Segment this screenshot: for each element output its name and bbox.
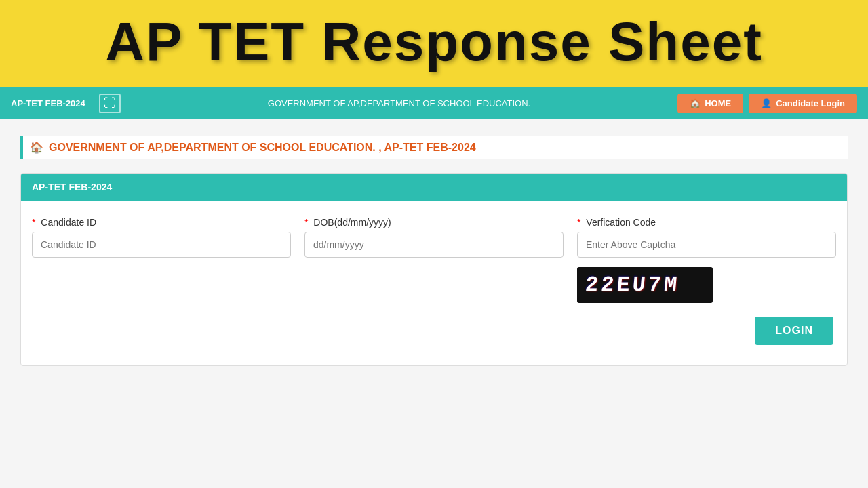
required-star-2: * [304, 217, 308, 228]
required-star-1: * [32, 217, 35, 228]
navbar-brand: AP-TET FEB-2024 [11, 98, 85, 108]
breadcrumb: 🏠 GOVERNMENT OF AP,DEPARTMENT OF SCHOOL … [20, 136, 848, 159]
candidate-id-input[interactable] [32, 232, 291, 258]
home-button-label: HOME [705, 98, 731, 108]
navbar-buttons: 🏠 HOME 👤 Candidate Login [677, 94, 857, 113]
navbar-center-text: GOVERNMENT OF AP,DEPARTMENT OF SCHOOL ED… [134, 98, 664, 108]
header-banner: AP TET Response Sheet [0, 0, 868, 87]
user-icon: 👤 [761, 98, 772, 108]
home-button[interactable]: 🏠 HOME [677, 94, 743, 113]
form-card-title: AP-TET FEB-2024 [32, 182, 112, 192]
login-button[interactable]: LOGIN [755, 317, 833, 345]
candidate-login-label: Candidate Login [776, 98, 845, 108]
required-star-3: * [577, 217, 580, 228]
form-card-header: AP-TET FEB-2024 [21, 174, 847, 201]
candidate-id-label: * Candidate ID [32, 217, 291, 228]
breadcrumb-text: GOVERNMENT OF AP,DEPARTMENT OF SCHOOL ED… [49, 142, 476, 154]
login-btn-row: LOGIN [32, 317, 836, 345]
candidate-id-group: * Candidate ID [32, 217, 291, 258]
candidate-login-button[interactable]: 👤 Candidate Login [749, 94, 857, 113]
verification-label: * Verfication Code [577, 217, 836, 228]
navbar: AP-TET FEB-2024 ⛶ GOVERNMENT OF AP,DEPAR… [0, 87, 868, 119]
form-card-body: * Candidate ID * DOB(dd/mm/yyyy) [21, 201, 847, 365]
home-icon: 🏠 [690, 98, 701, 108]
form-card: AP-TET FEB-2024 * Candidate ID * DOB(dd/… [20, 173, 848, 366]
footer: Designed & Developed by APCFSS 05-03-202… [0, 476, 868, 488]
captcha-image: 22EU7M [577, 267, 713, 303]
verification-group: * Verfication Code 22EU7M [577, 217, 836, 303]
breadcrumb-home-icon: 🏠 [30, 141, 43, 154]
dob-label: * DOB(dd/mm/yyyy) [304, 217, 564, 228]
page-title: AP TET Response Sheet [14, 12, 854, 72]
verification-input[interactable] [577, 232, 836, 258]
dob-input[interactable] [304, 232, 564, 258]
dob-group: * DOB(dd/mm/yyyy) [304, 217, 564, 258]
main-content: 🏠 GOVERNMENT OF AP,DEPARTMENT OF SCHOOL … [0, 119, 868, 476]
form-row: * Candidate ID * DOB(dd/mm/yyyy) [32, 217, 836, 303]
captcha-text: 22EU7M [584, 272, 680, 298]
expand-icon[interactable]: ⛶ [99, 94, 121, 113]
